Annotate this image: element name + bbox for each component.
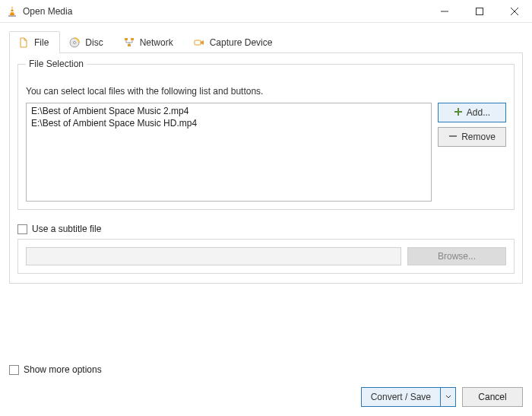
list-item[interactable]: E:\Best of Ambient Space Music 2.mp4 [30,105,428,117]
browse-button: Browse... [407,247,506,265]
vlc-cone-icon [6,5,18,17]
svg-point-9 [74,42,76,44]
svg-rect-5 [477,8,483,14]
tab-capture[interactable]: Capture Device [185,31,284,53]
disc-icon [68,37,81,49]
tab-disc[interactable]: Disc [60,31,114,53]
browse-button-label: Browse... [438,251,476,262]
tab-file-label: File [34,37,49,48]
tab-network-label: Network [140,37,173,48]
svg-rect-10 [125,38,128,40]
remove-button[interactable]: Remove [438,127,506,147]
svg-rect-11 [131,38,134,40]
svg-rect-1 [11,8,14,9]
file-icon [17,37,30,49]
file-list[interactable]: E:\Best of Ambient Space Music 2.mp4 E:\… [26,103,432,202]
chevron-down-icon [445,392,451,402]
add-button[interactable]: Add... [438,103,506,122]
cancel-button[interactable]: Cancel [462,387,523,407]
list-item[interactable]: E:\Best of Ambient Space Music HD.mp4 [30,117,428,129]
tabs: File Disc Network Capture Device [9,30,523,53]
close-button[interactable] [497,0,532,23]
show-more-label: Show more options [24,364,102,375]
show-more-row[interactable]: Show more options [9,364,102,375]
subtitle-field: Browse... [17,239,515,274]
file-selection-fieldset: File Selection You can select local file… [17,64,515,210]
file-selection-legend: File Selection [26,59,87,69]
convert-save-dropdown[interactable] [440,388,455,406]
file-selection-hint: You can select local files with the foll… [26,86,506,97]
capture-icon [193,37,205,49]
footer: Convert / Save Cancel [361,387,523,407]
maximize-button[interactable] [462,0,497,23]
subtitle-checkbox[interactable] [17,224,27,234]
tab-capture-label: Capture Device [210,37,273,48]
svg-rect-2 [10,11,14,12]
add-button-label: Add... [467,107,490,118]
convert-save-button[interactable]: Convert / Save [361,387,456,407]
file-tab-panel: File Selection You can select local file… [9,53,523,284]
tab-file[interactable]: File [9,31,60,53]
titlebar: Open Media [0,0,532,23]
subtitle-checkbox-row[interactable]: Use a subtitle file [17,224,515,234]
svg-marker-0 [10,6,14,15]
svg-rect-13 [195,40,201,45]
minimize-button[interactable] [427,0,462,23]
minus-icon [448,132,458,143]
tab-disc-label: Disc [85,37,103,48]
show-more-checkbox[interactable] [9,365,19,375]
network-icon [123,37,135,49]
convert-save-label[interactable]: Convert / Save [362,388,440,406]
cancel-button-label: Cancel [478,392,506,402]
subtitle-path-input [26,247,401,265]
plus-icon [454,107,463,119]
svg-rect-12 [128,44,131,46]
subtitle-label: Use a subtitle file [32,224,101,234]
svg-rect-3 [8,15,16,17]
window-title: Open Media [23,6,72,17]
tab-network[interactable]: Network [115,31,185,53]
remove-button-label: Remove [461,132,496,142]
